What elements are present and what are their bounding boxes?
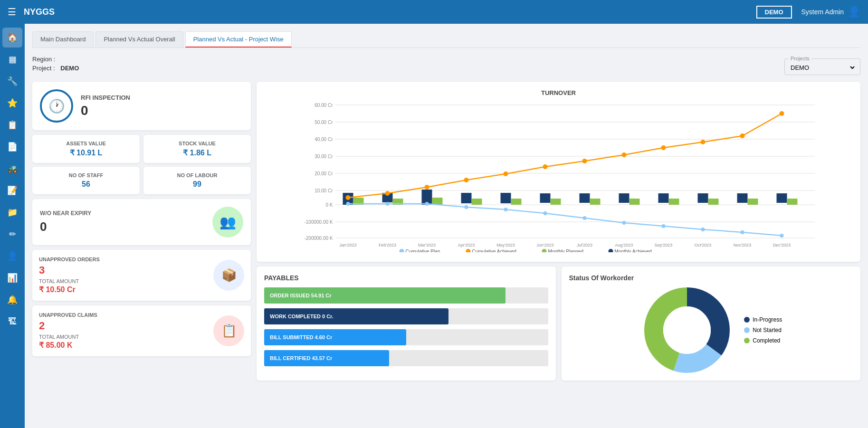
svg-point-52 — [741, 230, 744, 234]
svg-point-78 — [400, 249, 404, 252]
left-panel: 🕐 RFI INSPECTION 0 ASSETS VALUE ₹ 10.91 … — [32, 82, 251, 380]
not-started-dot — [744, 327, 750, 333]
svg-point-65 — [780, 111, 784, 116]
svg-rect-24 — [580, 193, 590, 203]
user-name: System Admin — [801, 8, 844, 16]
svg-rect-41 — [787, 199, 798, 205]
svg-text:Nov'2023: Nov'2023 — [734, 243, 752, 247]
stock-value: ₹ 1.86 L — [149, 148, 245, 157]
staff-value: 56 — [38, 180, 134, 189]
labour-card: NO OF LABOUR 99 — [143, 167, 251, 194]
workorder-title: Status Of Workorder — [569, 274, 634, 282]
wo-team-icon: 👥 — [219, 214, 236, 230]
wo-info: W/O NEAR EXPIRY 0 — [40, 210, 91, 234]
tab-planned-overall[interactable]: Planned Vs Actual Overall — [95, 31, 183, 48]
sidebar-item-dashboard[interactable]: ▦ — [2, 49, 22, 69]
sidebar-item-construction[interactable]: 🏗 — [2, 312, 22, 332]
projects-field-label: Projects — [789, 56, 811, 61]
svg-rect-29 — [777, 193, 787, 203]
svg-text:30.00 Cr: 30.00 Cr — [315, 154, 333, 159]
svg-point-53 — [780, 234, 784, 238]
payable-work-label: WORK COMPLETED 0 Cr. — [270, 314, 334, 319]
sidebar-item-tools[interactable]: 🔧 — [2, 71, 22, 91]
sidebar-item-notifications[interactable]: 🔔 — [2, 290, 22, 310]
svg-point-63 — [701, 140, 706, 144]
svg-point-62 — [661, 145, 666, 150]
svg-point-89 — [663, 306, 711, 354]
svg-text:Jun'2023: Jun'2023 — [536, 243, 553, 247]
svg-rect-32 — [432, 198, 443, 205]
rfi-icon: 🕐 — [40, 89, 73, 123]
legend-not-started: Not Started — [744, 327, 782, 333]
claims-icon-circle: 📋 — [213, 315, 244, 346]
svg-rect-27 — [698, 193, 708, 203]
sidebar-item-edit[interactable]: ✏ — [2, 224, 22, 244]
user-section: System Admin 👤 — [801, 6, 860, 18]
sidebar-item-analytics[interactable]: 📊 — [2, 268, 22, 288]
sidebar-item-user[interactable]: 👤 — [2, 246, 22, 266]
assets-card: ASSETS VALUE ₹ 10.91 L — [32, 135, 140, 163]
svg-rect-39 — [708, 199, 719, 205]
claims-label: UNAPPROVED CLAIMS — [39, 312, 97, 318]
svg-text:Monthly Planned: Monthly Planned — [548, 249, 584, 252]
svg-text:Oct'2023: Oct'2023 — [695, 243, 712, 247]
svg-point-60 — [582, 159, 587, 163]
rfi-card: 🕐 RFI INSPECTION 0 — [32, 82, 251, 130]
sidebar-item-settings[interactable]: 📄 — [2, 137, 22, 157]
demo-button[interactable]: DEMO — [756, 6, 792, 19]
tab-planned-project[interactable]: Planned Vs Actual - Project Wise — [185, 31, 292, 48]
svg-point-47 — [544, 211, 547, 215]
svg-point-64 — [740, 133, 745, 138]
orders-amount-label: TOTAL AMOUNT — [39, 278, 100, 284]
svg-point-46 — [504, 208, 508, 211]
staff-label: NO OF STAFF — [38, 172, 134, 178]
svg-text:10.00 Cr: 10.00 Cr — [315, 188, 333, 193]
labour-label: NO OF LABOUR — [149, 172, 245, 178]
not-started-label: Not Started — [753, 327, 782, 333]
payable-row-work: WORK COMPLETED 0 Cr. — [264, 308, 548, 324]
unapproved-claims-card: UNAPPROVED CLAIMS 2 TOTAL AMOUNT ₹ 85.00… — [32, 305, 251, 356]
orders-icon-circle: 📦 — [213, 260, 244, 291]
orders-box-icon: 📦 — [221, 268, 237, 283]
completed-dot — [744, 338, 750, 343]
menu-icon[interactable]: ☰ — [8, 6, 16, 18]
svg-rect-23 — [540, 193, 551, 203]
sidebar-item-home[interactable]: 🏠 — [2, 28, 22, 48]
svg-rect-37 — [630, 199, 640, 205]
svg-rect-33 — [472, 199, 482, 205]
main-content: Main Dashboard Planned Vs Actual Overall… — [25, 24, 868, 428]
svg-text:0 K: 0 K — [325, 202, 333, 208]
unapproved-orders-card: UNAPPROVED ORDERS 3 TOTAL AMOUNT ₹ 10.50… — [32, 250, 251, 301]
svg-rect-36 — [590, 199, 601, 205]
assets-label: ASSETS VALUE — [38, 141, 134, 146]
turnover-chart-svg: 60.00 Cr 50.00 Cr 40.00 Cr 30.00 Cr 20.0… — [264, 100, 853, 252]
sidebar-item-equipment[interactable]: 🚜 — [2, 159, 22, 179]
project-value: DEMO — [60, 65, 79, 72]
orders-label: UNAPPROVED ORDERS — [39, 257, 100, 262]
in-progress-label: In-Progress — [753, 316, 782, 323]
sidebar-item-reports[interactable]: 📋 — [2, 115, 22, 135]
user-icon[interactable]: 👤 — [848, 6, 860, 18]
orders-amount: ₹ 10.50 Cr — [39, 285, 100, 294]
svg-text:40.00 Cr: 40.00 Cr — [315, 137, 333, 142]
project-info: Region : Project : DEMO — [32, 56, 79, 74]
svg-point-57 — [464, 178, 469, 182]
svg-text:Feb'2023: Feb'2023 — [379, 243, 396, 247]
projects-select[interactable]: DEMO — [789, 64, 856, 72]
svg-text:-200000.00 K: -200000.00 K — [304, 236, 333, 241]
project-label: Project : DEMO — [32, 65, 79, 72]
payable-bill-cert-label: BILL CERTIFIED 43.57 Cr — [270, 355, 332, 361]
projects-fieldset: Projects DEMO — [784, 56, 860, 75]
in-progress-dot — [744, 317, 750, 323]
right-panel: TURNOVER 60.00 Cr — [257, 82, 860, 380]
stock-label: STOCK VALUE — [149, 141, 245, 146]
sidebar-item-files[interactable]: 📁 — [2, 202, 22, 222]
sidebar-item-notes[interactable]: 📝 — [2, 181, 22, 200]
svg-rect-25 — [619, 193, 630, 203]
svg-text:20.00 Cr: 20.00 Cr — [315, 171, 333, 176]
payables-title: PAYABLES — [264, 274, 548, 282]
claims-doc-icon: 📋 — [221, 323, 237, 338]
tab-main-dashboard[interactable]: Main Dashboard — [32, 31, 94, 48]
sidebar-item-favorites[interactable]: ⭐ — [2, 93, 22, 113]
svg-point-44 — [425, 202, 429, 206]
